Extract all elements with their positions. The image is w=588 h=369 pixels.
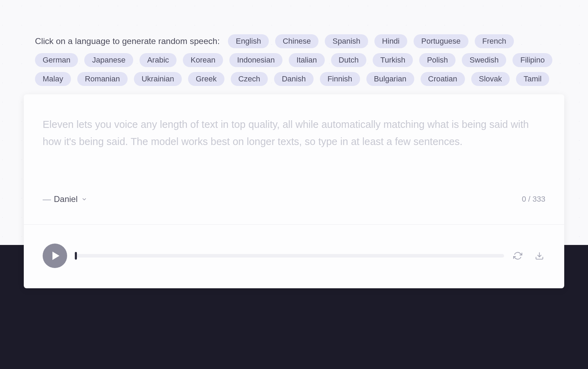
language-pill-polish[interactable]: Polish: [419, 53, 456, 67]
language-pill-dutch[interactable]: Dutch: [331, 53, 366, 67]
language-pill-spanish[interactable]: Spanish: [325, 34, 368, 48]
regenerate-button[interactable]: [512, 250, 524, 262]
language-pill-tamil[interactable]: Tamil: [516, 72, 549, 86]
language-pill-turkish[interactable]: Turkish: [373, 53, 413, 67]
language-pill-finnish[interactable]: Finnish: [320, 72, 360, 86]
voice-name-label: Daniel: [54, 194, 78, 204]
language-pill-chinese[interactable]: Chinese: [275, 34, 319, 48]
language-pill-greek[interactable]: Greek: [188, 72, 224, 86]
language-pill-hindi[interactable]: Hindi: [374, 34, 407, 48]
language-pill-english[interactable]: English: [228, 34, 268, 48]
audio-progress-thumb[interactable]: [75, 252, 77, 260]
language-pill-german[interactable]: German: [35, 53, 78, 67]
language-pill-malay[interactable]: Malay: [35, 72, 71, 86]
language-pill-romanian[interactable]: Romanian: [77, 72, 128, 86]
language-pill-filipino[interactable]: Filipino: [512, 53, 552, 67]
language-pill-italian[interactable]: Italian: [289, 53, 325, 67]
language-pill-bulgarian[interactable]: Bulgarian: [366, 72, 414, 86]
language-pill-danish[interactable]: Danish: [274, 72, 313, 86]
voice-selector[interactable]: — Daniel: [43, 194, 87, 204]
refresh-icon: [513, 251, 522, 260]
language-section: Click on a language to generate random s…: [0, 34, 588, 86]
language-pill-row: Click on a language to generate random s…: [35, 34, 553, 86]
audio-progress-bar[interactable]: [75, 254, 504, 258]
language-pill-korean[interactable]: Korean: [183, 53, 223, 67]
language-pill-japanese[interactable]: Japanese: [84, 53, 133, 67]
speech-card: — Daniel 0 / 333: [24, 94, 564, 288]
language-prompt-label: Click on a language to generate random s…: [35, 36, 220, 46]
language-pill-arabic[interactable]: Arabic: [139, 53, 177, 67]
speech-text-input[interactable]: [43, 116, 545, 189]
voice-dash: —: [43, 194, 50, 204]
download-icon: [535, 251, 544, 260]
char-current: 0: [522, 195, 526, 203]
language-pill-indonesian[interactable]: Indonesian: [229, 53, 282, 67]
language-pill-croatian[interactable]: Croatian: [421, 72, 465, 86]
chevron-down-icon: [81, 196, 87, 202]
language-pill-slovak[interactable]: Slovak: [471, 72, 510, 86]
audio-player-row: [24, 225, 564, 288]
character-counter: 0 / 333: [522, 195, 545, 204]
language-pill-french[interactable]: French: [475, 34, 514, 48]
char-max: 333: [532, 195, 545, 203]
play-icon: [52, 252, 59, 260]
language-pill-czech[interactable]: Czech: [231, 72, 268, 86]
play-button[interactable]: [43, 244, 67, 268]
language-pill-swedish[interactable]: Swedish: [462, 53, 506, 67]
char-separator: /: [526, 195, 532, 203]
language-pill-portuguese[interactable]: Portuguese: [414, 34, 468, 48]
language-pill-ukrainian[interactable]: Ukrainian: [134, 72, 182, 86]
download-button[interactable]: [533, 250, 545, 262]
